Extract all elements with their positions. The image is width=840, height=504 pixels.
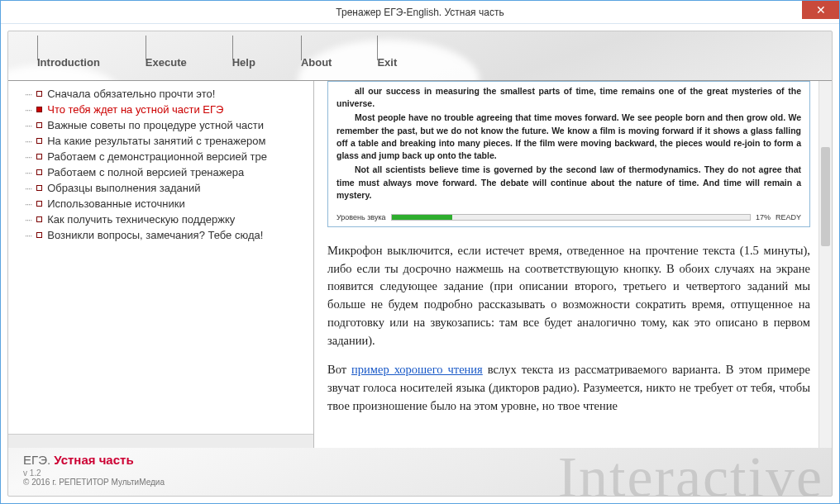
footer-brand: ЕГЭ. Устная часть bbox=[23, 453, 817, 467]
close-button[interactable]: ✕ bbox=[802, 1, 839, 19]
tree-item[interactable]: ···· Работаем с демонстрационной версией… bbox=[12, 149, 310, 164]
tree-bullet-icon bbox=[36, 185, 42, 191]
tree-item[interactable]: ···· Образцы выполнения заданий bbox=[12, 180, 310, 196]
tree-item[interactable]: ···· Использованные источники bbox=[12, 196, 310, 212]
sound-level-fill bbox=[392, 215, 453, 220]
tree-item-label: Работаем с полной версией тренажера bbox=[47, 166, 244, 178]
brand-name: Устная часть bbox=[54, 453, 133, 467]
content-pane: all our success in measuring the smalles… bbox=[314, 81, 832, 448]
scrollbar-thumb[interactable] bbox=[821, 147, 830, 246]
tree-connector-icon: ···· bbox=[25, 89, 31, 99]
article-text: Вот bbox=[327, 363, 351, 376]
content-scroll-area: all our success in measuring the smalles… bbox=[314, 81, 832, 448]
tree-item[interactable]: ···· Сначала обязательно прочти это! bbox=[12, 86, 310, 102]
tree-bullet-icon bbox=[36, 107, 42, 112]
tree-item-active[interactable]: ···· Что тебя ждет на устной части ЕГЭ bbox=[12, 102, 310, 117]
titlebar: Тренажер ЕГЭ-English. Устная часть ✕ bbox=[1, 1, 839, 24]
reading-text: all our success in measuring the smalles… bbox=[336, 85, 801, 202]
reading-paragraph: Most people have no trouble agreeing tha… bbox=[336, 112, 801, 162]
sound-ready-badge: READY bbox=[776, 213, 801, 221]
version-label: v 1.2 bbox=[23, 468, 817, 478]
tree-item-label: Возникли вопросы, замечания? Тебе сюда! bbox=[47, 229, 263, 241]
reading-paragraph: Not all scientists believe time is gover… bbox=[336, 164, 801, 202]
tree-connector-icon: ···· bbox=[25, 183, 31, 193]
tree-connector-icon: ···· bbox=[25, 121, 31, 131]
reading-paragraph: all our success in measuring the smalles… bbox=[336, 85, 801, 110]
menu-help[interactable]: Help bbox=[232, 56, 255, 72]
tree-item[interactable]: ···· Важные советы по процедуре устной ч… bbox=[12, 117, 310, 133]
menu-exit[interactable]: Exit bbox=[377, 56, 397, 72]
sound-level-track bbox=[391, 214, 751, 221]
nav-tree: ···· Сначала обязательно прочти это! ···… bbox=[8, 81, 314, 448]
tree-bullet-icon bbox=[36, 138, 42, 144]
menu-execute[interactable]: Execute bbox=[146, 56, 187, 72]
window-title: Тренажер ЕГЭ-English. Устная часть bbox=[336, 7, 504, 18]
tree-bullet-icon bbox=[36, 201, 42, 207]
sound-level-label: Уровень звука bbox=[336, 213, 386, 221]
body-row: ···· Сначала обязательно прочти это! ···… bbox=[8, 80, 832, 448]
tree-item-label: Что тебя ждет на устной части ЕГЭ bbox=[47, 103, 223, 116]
app-chrome: Introduction Execute Help About Exit ···… bbox=[7, 31, 833, 497]
tree-bullet-icon bbox=[36, 154, 42, 159]
sound-level-bar: Уровень звука 17% READY bbox=[336, 213, 801, 221]
tree-item-label: Работаем с демонстрационной версией тре bbox=[47, 150, 267, 163]
brand-prefix: ЕГЭ. bbox=[23, 453, 54, 467]
menu-about[interactable]: About bbox=[301, 56, 332, 72]
tree-connector-icon: ···· bbox=[25, 199, 31, 209]
sound-level-percent: 17% bbox=[756, 213, 771, 221]
tree-item[interactable]: ···· Возникли вопросы, замечания? Тебе с… bbox=[12, 227, 310, 243]
article-paragraph: Микрофон выключится, если истечет время,… bbox=[327, 242, 810, 350]
article-body: Микрофон выключится, если истечет время,… bbox=[327, 242, 810, 416]
reading-card: all our success in measuring the smalles… bbox=[327, 81, 810, 227]
vertical-scrollbar[interactable] bbox=[819, 81, 832, 448]
tree-connector-icon: ···· bbox=[25, 215, 31, 225]
footer: ЕГЭ. Устная часть v 1.2 © 2016 г. РЕПЕТИ… bbox=[8, 448, 832, 496]
tree-bullet-icon bbox=[36, 232, 42, 238]
tree-connector-icon: ···· bbox=[25, 136, 31, 146]
tree-item-label: Использованные источники bbox=[47, 197, 184, 210]
tree-bullet-icon bbox=[36, 216, 42, 222]
tree-connector-icon: ···· bbox=[25, 231, 31, 240]
tree-item-label: На какие результаты занятий с тренажером bbox=[47, 135, 265, 147]
tree-connector-icon: ···· bbox=[25, 152, 31, 162]
tree-item[interactable]: ···· Как получить техническую поддержку bbox=[12, 212, 310, 227]
copyright-label: © 2016 г. РЕПЕТИТОР МультиМедиа bbox=[23, 478, 817, 487]
tree-connector-icon: ···· bbox=[25, 105, 31, 115]
tree-item[interactable]: ···· На какие результаты занятий с трена… bbox=[12, 133, 310, 149]
tree-connector-icon: ···· bbox=[25, 168, 31, 178]
menubar: Introduction Execute Help About Exit bbox=[8, 31, 832, 80]
close-icon: ✕ bbox=[816, 3, 826, 17]
tree-bullet-icon bbox=[36, 122, 42, 128]
menu-introduction[interactable]: Introduction bbox=[37, 56, 100, 72]
tree-item-label: Важные советы по процедуре устной части bbox=[47, 119, 264, 131]
tree-item[interactable]: ···· Работаем с полной версией тренажера bbox=[12, 164, 310, 180]
tree-bullet-icon bbox=[36, 91, 42, 97]
article-paragraph: Вот пример хорошего чтения вслух текста … bbox=[327, 361, 810, 415]
tree-item-label: Как получить техническую поддержку bbox=[47, 213, 235, 226]
tree-bullet-icon bbox=[36, 169, 42, 175]
example-link[interactable]: пример хорошего чтения bbox=[351, 363, 483, 376]
tree-item-label: Образцы выполнения заданий bbox=[47, 182, 200, 194]
tree-item-label: Сначала обязательно прочти это! bbox=[47, 88, 215, 100]
app-window: Тренажер ЕГЭ-English. Устная часть ✕ Int… bbox=[0, 0, 840, 504]
